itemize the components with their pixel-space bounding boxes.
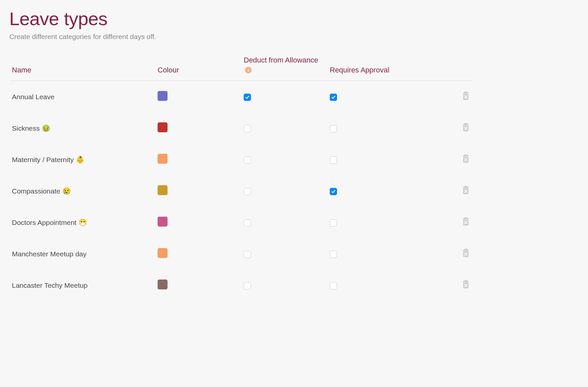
colour-swatch[interactable]: [158, 217, 168, 227]
deduct-checkbox[interactable]: [244, 156, 251, 164]
svg-rect-12: [464, 217, 467, 218]
leave-type-colour-cell: [155, 207, 241, 238]
leave-types-table: Name Colour Deduct from Allowance i Requ…: [9, 55, 472, 301]
svg-rect-7: [463, 155, 469, 156]
leave-type-name: Sickness 🤢: [9, 112, 155, 144]
approval-cell: [327, 238, 403, 270]
leave-type-colour-cell: [155, 270, 241, 301]
approval-checkbox[interactable]: [330, 188, 337, 195]
table-row: Maternity / Paternity 👶: [9, 144, 472, 175]
approval-cell: [327, 144, 403, 175]
deduct-checkbox[interactable]: [244, 219, 251, 227]
column-header-approval: Requires Approval: [327, 55, 403, 81]
leave-type-colour-cell: [155, 238, 241, 270]
delete-icon[interactable]: [462, 123, 469, 132]
deduct-checkbox[interactable]: [244, 251, 251, 258]
svg-rect-18: [464, 280, 467, 281]
approval-cell: [327, 207, 403, 238]
leave-type-name: Manchester Meetup day: [9, 238, 155, 270]
column-header-deduct-label: Deduct from Allowance: [244, 56, 318, 64]
approval-checkbox[interactable]: [330, 219, 337, 227]
deduct-cell: [241, 270, 327, 301]
delete-icon[interactable]: [462, 92, 469, 100]
leave-type-colour-cell: [155, 175, 241, 207]
table-row: Manchester Meetup day: [9, 238, 472, 270]
svg-rect-15: [464, 249, 467, 250]
colour-swatch[interactable]: [158, 248, 168, 258]
delete-icon[interactable]: [462, 186, 469, 194]
deduct-checkbox[interactable]: [244, 125, 251, 132]
colour-swatch[interactable]: [158, 122, 168, 132]
svg-rect-4: [463, 124, 469, 125]
page-subtitle: Create different categories for differen…: [9, 33, 472, 41]
column-header-deduct: Deduct from Allowance i: [241, 55, 327, 81]
approval-cell: [327, 175, 403, 207]
svg-rect-6: [464, 154, 467, 155]
svg-rect-9: [464, 186, 467, 187]
table-row: Compassionate 😢: [9, 175, 472, 207]
actions-cell: [403, 175, 472, 207]
colour-swatch[interactable]: [158, 154, 168, 164]
info-icon[interactable]: i: [245, 67, 252, 73]
deduct-cell: [241, 81, 327, 113]
svg-rect-10: [463, 187, 469, 188]
colour-swatch[interactable]: [158, 91, 168, 101]
column-header-actions: [403, 55, 472, 81]
leave-type-name: Lancaster Techy Meetup: [9, 270, 155, 301]
delete-icon[interactable]: [462, 249, 469, 257]
approval-checkbox[interactable]: [330, 251, 337, 258]
page-title: Leave types: [9, 8, 472, 29]
approval-cell: [327, 81, 403, 113]
approval-cell: [327, 112, 403, 144]
svg-rect-16: [463, 250, 469, 251]
table-row: Lancaster Techy Meetup: [9, 270, 472, 301]
table-row: Annual Leave: [9, 81, 472, 113]
delete-icon[interactable]: [462, 154, 469, 163]
table-row: Sickness 🤢: [9, 112, 472, 144]
actions-cell: [403, 270, 472, 301]
svg-rect-3: [464, 123, 467, 124]
approval-cell: [327, 270, 403, 301]
deduct-cell: [241, 207, 327, 238]
actions-cell: [403, 144, 472, 175]
deduct-cell: [241, 144, 327, 175]
actions-cell: [403, 112, 472, 144]
actions-cell: [403, 238, 472, 270]
colour-swatch[interactable]: [158, 280, 168, 289]
deduct-checkbox[interactable]: [244, 94, 251, 101]
svg-rect-13: [463, 218, 469, 219]
leave-type-colour-cell: [155, 112, 241, 144]
delete-icon[interactable]: [462, 280, 469, 289]
svg-rect-1: [463, 93, 469, 94]
delete-icon[interactable]: [462, 217, 469, 226]
deduct-checkbox[interactable]: [244, 282, 251, 289]
approval-checkbox[interactable]: [330, 125, 337, 132]
leave-type-name: Maternity / Paternity 👶: [9, 144, 155, 175]
leave-type-name: Annual Leave: [9, 81, 155, 113]
column-header-name: Name: [9, 55, 155, 81]
deduct-cell: [241, 112, 327, 144]
approval-checkbox[interactable]: [330, 156, 337, 164]
deduct-cell: [241, 238, 327, 270]
approval-checkbox[interactable]: [330, 94, 337, 101]
approval-checkbox[interactable]: [330, 282, 337, 289]
actions-cell: [403, 207, 472, 238]
deduct-checkbox[interactable]: [244, 188, 251, 195]
actions-cell: [403, 81, 472, 113]
table-row: Doctors Appointment 😷: [9, 207, 472, 238]
column-header-colour: Colour: [155, 55, 241, 81]
leave-type-colour-cell: [155, 81, 241, 113]
leave-type-name: Compassionate 😢: [9, 175, 155, 207]
deduct-cell: [241, 175, 327, 207]
svg-rect-19: [463, 281, 469, 282]
leave-type-colour-cell: [155, 144, 241, 175]
leave-type-name: Doctors Appointment 😷: [9, 207, 155, 238]
colour-swatch[interactable]: [158, 185, 168, 195]
svg-rect-0: [464, 92, 467, 93]
